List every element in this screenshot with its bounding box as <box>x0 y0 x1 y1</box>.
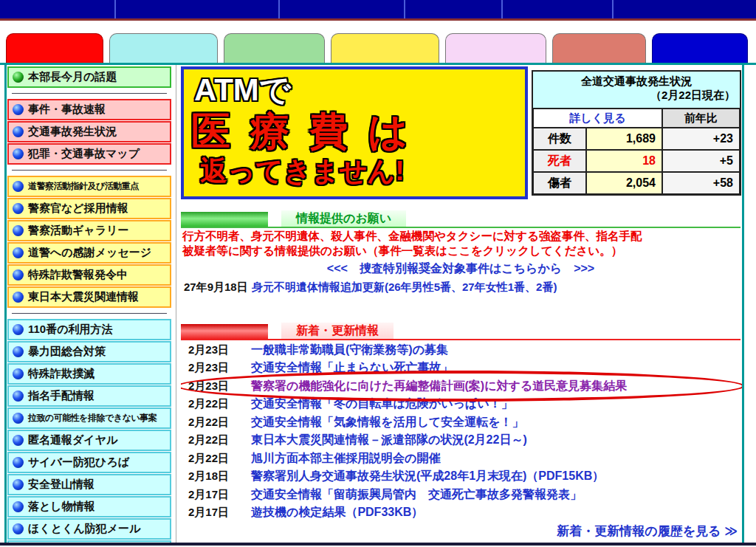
sidebar-item[interactable]: 指名手配情報 <box>7 385 171 407</box>
sidebar-item[interactable]: ほくとくん防犯メール <box>7 518 171 540</box>
bullet-icon <box>13 501 24 512</box>
stats-details-cell: 詳しく見る <box>533 109 662 128</box>
reward-link-row: <<< 捜査特別報奨金対象事件はこちらから >>> <box>181 261 740 277</box>
tab[interactable] <box>652 33 748 63</box>
stats-col-prev-year: 前年比 <box>662 109 740 128</box>
news-row: 2月22日 旭川方面本部主催採用説明会の開催 <box>181 450 742 468</box>
nav-item[interactable] <box>114 0 278 18</box>
stats-row-value: 18 <box>586 150 662 172</box>
sidebar-item[interactable]: 警察活動ギャラリー <box>7 220 171 241</box>
tab[interactable] <box>6 33 103 63</box>
news-date: 2月23日 <box>188 343 251 357</box>
banner-line2: 医 療 費 は <box>191 109 525 154</box>
sidebar-divider <box>12 313 167 314</box>
news-link[interactable]: 警察署別人身交通事故発生状況(平成28年1月末現在)（PDF15KB） <box>251 469 604 484</box>
section-title: 新着・更新情報 <box>281 323 394 339</box>
news-date: 2月17日 <box>188 506 251 520</box>
news-row: 2月17日 遊技機の検定結果（PDF33KB） <box>181 504 742 523</box>
news-date: 2月22日 <box>188 397 251 411</box>
section-header-news: 新着・更新情報 <box>181 321 740 340</box>
info-request-line1: 行方不明者、身元不明遺体、殺人事件、金融機関やタクシーに対する強盗事件、指名手配 <box>182 229 740 244</box>
bullet-icon <box>13 391 24 402</box>
bullet-icon <box>13 225 24 236</box>
sidebar-item[interactable]: 事件・事故速報 <box>7 99 171 120</box>
section-bar-icon <box>181 324 268 339</box>
sidebar-item[interactable]: サイバー防犯ひろば <box>7 452 171 473</box>
update-date: 27年9月18日 <box>184 281 252 295</box>
sidebar-group-topics: 本部長今月の話題 <box>7 66 171 88</box>
news-link[interactable]: 交通安全情報「留萌振興局管内 交通死亡事故多発警報発表」 <box>251 487 582 503</box>
sidebar-item[interactable]: 犯罪・交通事故マップ <box>7 143 171 165</box>
news-row: 2月22日 東日本大震災関連情報－派遣部隊の状況(2月22日～) <box>181 432 742 450</box>
news-link[interactable]: 交通安全情報「止まらない死亡事故」 <box>251 360 453 376</box>
news-date: 2月23日 <box>188 379 251 393</box>
sidebar-item[interactable]: 落とし物情報 <box>7 496 171 517</box>
sidebar-item[interactable]: 東日本大震災関連情報 <box>7 286 171 308</box>
frame-border-right <box>742 63 744 543</box>
stats-grid: 詳しく見る 前年比 件数 1,689 +23 死者 18 +5 傷者 2,054… <box>533 109 740 194</box>
nav-bottom-strip <box>0 18 756 21</box>
sidebar-item[interactable]: 本部長今月の話題 <box>7 66 171 88</box>
bullet-icon <box>13 181 24 192</box>
nav-item[interactable] <box>278 0 404 18</box>
sidebar-item[interactable]: 匿名通報ダイヤル <box>7 430 171 451</box>
tab[interactable] <box>331 33 439 63</box>
sidebar-item[interactable]: 安全登山情報 <box>7 474 171 495</box>
news-link[interactable]: 警察署の機能強化に向けた再編整備計画(案)に対する道民意見募集結果 <box>251 379 627 394</box>
nav-item[interactable] <box>0 0 114 18</box>
sidebar-item[interactable]: 道警への感謝メッセージ <box>7 242 171 264</box>
atm-fraud-banner[interactable]: ATMで 医 療 費 は 返ってきません! <box>181 66 528 199</box>
section-header-info-request: 情報提供のお願い <box>181 209 740 228</box>
news-link[interactable]: 東日本大震災関連情報－派遣部隊の状況(2月22日～) <box>251 433 527 448</box>
news-link[interactable]: 遊技機の検定結果（PDF33KB） <box>251 505 423 520</box>
news-row: 2月23日 警察署の機能強化に向けた再編整備計画(案)に対する道民意見募集結果 <box>181 377 742 396</box>
sidebar-group-safety: 110番の利用方法暴力団総合対策特殊詐欺撲滅指名手配情報拉致の可能性を排除できな… <box>7 319 171 543</box>
stats-details-link[interactable]: 詳しく見る <box>569 111 625 124</box>
tab[interactable] <box>224 33 325 63</box>
news-link[interactable]: 交通安全情報「気象情報を活用して安全運転を！」 <box>251 415 524 430</box>
section-bar-icon <box>181 212 268 227</box>
sidebar-item[interactable]: 特殊詐欺警報発令中 <box>7 264 171 286</box>
unidentified-bodies-link[interactable]: 身元不明遺体情報追加更新(26年男性5番、27年女性1番、2番) <box>252 281 557 295</box>
news-link[interactable]: 一般職非常勤職員(守衛業務等)の募集 <box>251 343 448 358</box>
stats-row-value: 2,054 <box>586 172 662 194</box>
stats-row-label: 件数 <box>533 128 586 150</box>
sidebar-item[interactable]: 防犯CSR活動 <box>7 540 171 543</box>
sidebar-item[interactable]: 特殊詐欺撲滅 <box>7 363 171 385</box>
banner-line3: 返ってきません! <box>200 155 525 188</box>
tab[interactable] <box>445 33 546 63</box>
bullet-icon <box>13 479 24 490</box>
bullet-icon <box>13 523 24 534</box>
news-link[interactable]: 旭川方面本部主催採用説明会の開催 <box>251 451 440 467</box>
news-link[interactable]: 交通安全情報「冬の自転車は危険がいっぱい！」 <box>251 396 513 412</box>
bullet-icon <box>13 247 24 258</box>
tab[interactable] <box>552 33 646 63</box>
update-row: 27年9月18日 身元不明遺体情報追加更新(26年男性5番、27年女性1番、2番… <box>184 281 740 295</box>
news-row: 2月22日 交通安全情報「冬の自転車は危険がいっぱい！」 <box>181 396 742 414</box>
sidebar-item[interactable]: 交通事故発生状況 <box>7 121 171 142</box>
reward-cases-link[interactable]: <<< 捜査特別報奨金対象事件はこちらから >>> <box>327 262 594 275</box>
stats-title-date: （2月22日現在） <box>533 89 740 103</box>
sidebar-item[interactable]: 道警察活動指針及び活動重点 <box>7 176 171 197</box>
sidebar-item[interactable]: 拉致の可能性を排除できない事案 <box>7 407 171 429</box>
tab[interactable] <box>109 33 218 63</box>
hokkaido-police-homepage: 本部長今月の話題 事件・事故速報交通事故発生状況犯罪・交通事故マップ 道警察活動… <box>0 0 756 547</box>
nav-item[interactable] <box>501 0 612 18</box>
sidebar: 本部長今月の話題 事件・事故速報交通事故発生状況犯罪・交通事故マップ 道警察活動… <box>7 66 171 543</box>
info-request-text[interactable]: 行方不明者、身元不明遺体、殺人事件、金融機関やタクシーに対する強盗事件、指名手配… <box>182 229 740 258</box>
sidebar-item[interactable]: 警察官など採用情報 <box>7 198 171 219</box>
sidebar-item[interactable]: 110番の利用方法 <box>7 319 171 340</box>
top-nav-bar <box>0 0 756 18</box>
bullet-icon <box>13 346 24 357</box>
news-history-link[interactable]: 新着・更新情報の履歴を見る ≫ <box>557 523 738 540</box>
news-row: 2月18日 警察署別人身交通事故発生状況(平成28年1月末現在)（PDF15KB… <box>181 468 742 486</box>
nav-item[interactable] <box>404 0 501 18</box>
news-date: 2月22日 <box>188 416 251 430</box>
stats-title: 全道交通事故発生状況 （2月22日現在） <box>533 72 740 109</box>
news-row: 2月22日 交通安全情報「気象情報を活用して安全運転を！」 <box>181 413 742 432</box>
stats-row-label: 傷者 <box>533 172 586 194</box>
bullet-icon <box>13 203 24 214</box>
nav-item[interactable] <box>612 0 756 18</box>
frame-border-left <box>4 63 7 543</box>
sidebar-item[interactable]: 暴力団総合対策 <box>7 341 171 362</box>
